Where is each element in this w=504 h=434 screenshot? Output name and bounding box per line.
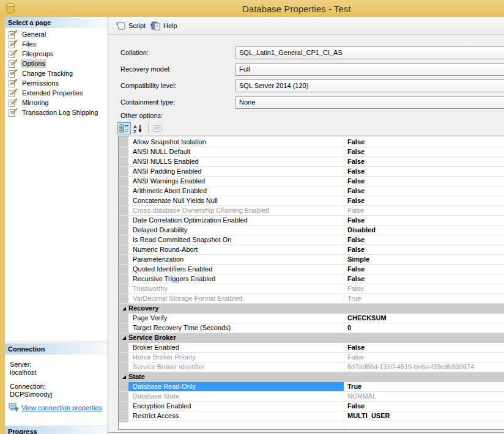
page-icon bbox=[9, 50, 17, 58]
property-name: Cross-database Ownership Chaining Enable… bbox=[128, 206, 344, 215]
grid-row-numeric-round-abort[interactable]: Numeric Round-AbortFalse bbox=[119, 245, 504, 255]
property-pages-icon bbox=[153, 125, 163, 133]
sidebar-item-label: General bbox=[21, 30, 47, 39]
grid-row-ansi-warnings-enabled[interactable]: ANSI Warnings EnabledFalse bbox=[119, 177, 504, 186]
page-icon bbox=[9, 69, 17, 78]
property-value[interactable]: False bbox=[344, 177, 504, 186]
grid-row-is-read-committed-snapshot-on[interactable]: Is Read Committed Snapshot OnFalse bbox=[119, 235, 504, 245]
svg-text:Z: Z bbox=[133, 129, 136, 133]
grid-row-concatenate-null-yields-null[interactable]: Concatenate Null Yields NullFalse bbox=[119, 196, 504, 206]
row-margin bbox=[119, 196, 128, 205]
grid-row-restrict-access[interactable]: Restrict AccessMULTI_USER bbox=[119, 411, 504, 421]
property-value: False bbox=[344, 206, 504, 215]
grid-row-ansi-padding-enabled[interactable]: ANSI Padding EnabledFalse bbox=[119, 167, 504, 177]
collapse-triangle-icon[interactable] bbox=[122, 307, 126, 311]
row-margin bbox=[119, 255, 128, 264]
property-value[interactable]: False bbox=[344, 138, 504, 147]
property-value[interactable]: False bbox=[344, 216, 504, 225]
property-name: ANSI NULLS Enabled bbox=[128, 157, 344, 166]
property-value[interactable]: True bbox=[344, 382, 504, 391]
compatibility-level-select[interactable]: SQL Server 2014 (120) bbox=[235, 79, 504, 92]
grid-row-database-read-only[interactable]: Database Read-OnlyTrue bbox=[119, 382, 504, 392]
property-value: False bbox=[344, 353, 504, 362]
property-value[interactable]: False bbox=[344, 274, 504, 284]
alphabetical-sort-button[interactable]: A Z bbox=[132, 122, 145, 134]
collation-select[interactable]: SQL_Latin1_General_CP1_CI_AS bbox=[235, 46, 504, 59]
sidebar-item-label: Options bbox=[21, 59, 46, 68]
row-margin bbox=[119, 314, 128, 323]
page-icon bbox=[9, 79, 17, 87]
property-value[interactable]: False bbox=[344, 157, 504, 166]
server-label: Server: bbox=[10, 361, 31, 368]
categorized-button[interactable] bbox=[117, 122, 131, 134]
property-value[interactable]: Disabled bbox=[344, 226, 504, 235]
grid-row-broker-enabled[interactable]: Broker EnabledFalse bbox=[119, 343, 504, 353]
grid-row-date-correlation-optimization-enabled[interactable]: Date Correlation Optimization EnabledFal… bbox=[119, 216, 504, 226]
grid-row-ansi-null-default[interactable]: ANSI NULL DefaultFalse bbox=[119, 147, 504, 157]
grid-row-quoted-identifiers-enabled[interactable]: Quoted Identifiers EnabledFalse bbox=[119, 265, 504, 274]
server-value: localhost bbox=[10, 369, 36, 376]
property-value[interactable]: False bbox=[344, 186, 504, 196]
collapse-triangle-icon[interactable] bbox=[122, 336, 126, 340]
row-margin bbox=[119, 157, 128, 166]
property-value[interactable]: False bbox=[344, 245, 504, 254]
row-margin bbox=[119, 245, 128, 254]
grid-row-delayed-durability[interactable]: Delayed DurabilityDisabled bbox=[119, 226, 504, 235]
sidebar-item-files[interactable]: Files bbox=[5, 39, 108, 49]
recovery-model-select[interactable]: Full bbox=[235, 63, 504, 76]
grid-category-state[interactable]: State bbox=[119, 372, 504, 382]
help-button[interactable]: Help bbox=[149, 19, 180, 32]
property-value[interactable]: False bbox=[344, 265, 504, 274]
grid-row-arithmetic-abort-enabled[interactable]: Arithmetic Abort EnabledFalse bbox=[119, 186, 504, 196]
sidebar-item-mirroring[interactable]: Mirroring bbox=[5, 98, 108, 108]
collapse-triangle-icon[interactable] bbox=[122, 375, 126, 379]
row-margin bbox=[119, 382, 128, 391]
sidebar-item-options[interactable]: Options bbox=[5, 59, 108, 68]
grid-category-recovery[interactable]: Recovery bbox=[119, 304, 504, 314]
page-list: GeneralFilesFilegroupsOptionsChange Trac… bbox=[5, 28, 108, 117]
row-margin bbox=[119, 235, 128, 245]
page-icon bbox=[9, 98, 17, 107]
grid-row-parameterization[interactable]: ParameterizationSimple bbox=[119, 255, 504, 265]
grid-category-service-broker[interactable]: Service Broker bbox=[119, 333, 504, 343]
sidebar-item-general[interactable]: General bbox=[5, 29, 108, 39]
property-value[interactable]: False bbox=[344, 147, 504, 156]
row-margin bbox=[119, 294, 128, 303]
grid-row-recursive-triggers-enabled[interactable]: Recursive Triggers EnabledFalse bbox=[119, 274, 504, 284]
grid-row-page-verify[interactable]: Page VerifyCHECKSUM bbox=[119, 314, 504, 323]
sidebar-item-filegroups[interactable]: Filegroups bbox=[5, 49, 108, 59]
property-value[interactable]: 0 bbox=[344, 323, 504, 333]
grid-row-trustworthy: TrustworthyFalse bbox=[119, 284, 504, 294]
property-value[interactable]: CHECKSUM bbox=[344, 314, 504, 323]
grid-row-honor-broker-priority: Honor Broker PriorityFalse bbox=[119, 353, 504, 362]
grid-row-encryption-enabled[interactable]: Encryption EnabledFalse bbox=[119, 402, 504, 411]
property-value[interactable]: False bbox=[344, 343, 504, 352]
grid-row-ansi-nulls-enabled[interactable]: ANSI NULLS EnabledFalse bbox=[119, 157, 504, 167]
sidebar-item-label: Filegroups bbox=[21, 50, 54, 58]
containment-type-select[interactable]: None bbox=[235, 96, 504, 109]
property-name: Numeric Round-Abort bbox=[128, 245, 344, 254]
sidebar-item-label: Files bbox=[21, 40, 37, 48]
grid-row-allow-snapshot-isolation[interactable]: Allow Snapshot IsolationFalse bbox=[119, 138, 504, 147]
grid-row-target-recovery-time-seconds[interactable]: Target Recovery Time (Seconds)0 bbox=[119, 323, 504, 333]
property-value[interactable]: False bbox=[344, 235, 504, 245]
view-connection-properties-link[interactable]: View connection properties bbox=[21, 404, 102, 411]
select-a-page-panel: Select a page GeneralFilesFilegroupsOpti… bbox=[5, 17, 108, 340]
property-value[interactable]: Simple bbox=[344, 255, 504, 264]
help-icon bbox=[151, 21, 161, 31]
property-name: VarDecimal Storage Format Enabled bbox=[128, 294, 344, 303]
sidebar-item-transaction-log-shipping[interactable]: Transaction Log Shipping bbox=[5, 108, 108, 117]
property-value[interactable]: False bbox=[344, 196, 504, 205]
sidebar-item-change-tracking[interactable]: Change Tracking bbox=[5, 68, 108, 78]
category-label: State bbox=[128, 372, 145, 381]
property-value[interactable]: False bbox=[344, 402, 504, 411]
property-value[interactable]: False bbox=[344, 167, 504, 176]
sidebar-item-extended-properties[interactable]: Extended Properties bbox=[5, 88, 108, 98]
property-name: ANSI Warnings Enabled bbox=[128, 177, 344, 186]
property-name: Broker Enabled bbox=[128, 343, 344, 352]
property-name: Honor Broker Priority bbox=[128, 353, 344, 362]
collation-label: Collation: bbox=[120, 46, 149, 59]
property-value[interactable]: MULTI_USER bbox=[344, 411, 504, 421]
page-icon bbox=[9, 108, 17, 117]
sidebar-item-permissions[interactable]: Permissions bbox=[5, 78, 108, 88]
